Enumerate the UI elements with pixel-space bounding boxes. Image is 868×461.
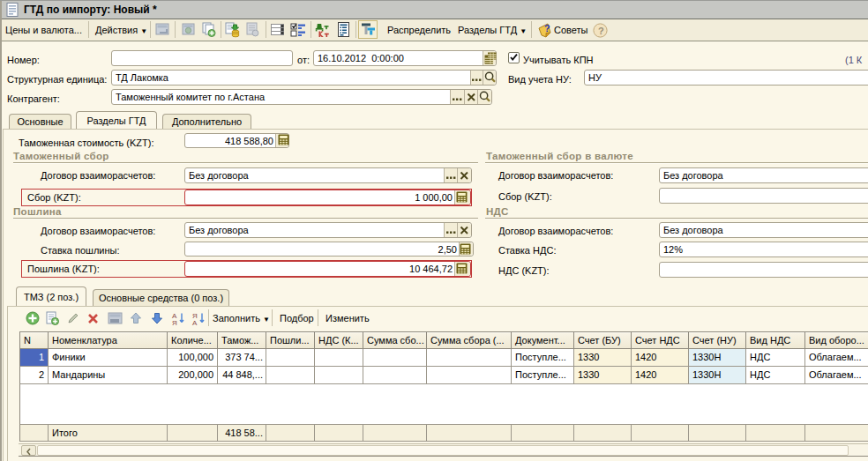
svg-text:?: ?: [598, 26, 604, 36]
svg-text:А: А: [192, 319, 198, 326]
svg-text:Я: Я: [172, 319, 177, 326]
svg-text:?: ?: [544, 23, 550, 33]
